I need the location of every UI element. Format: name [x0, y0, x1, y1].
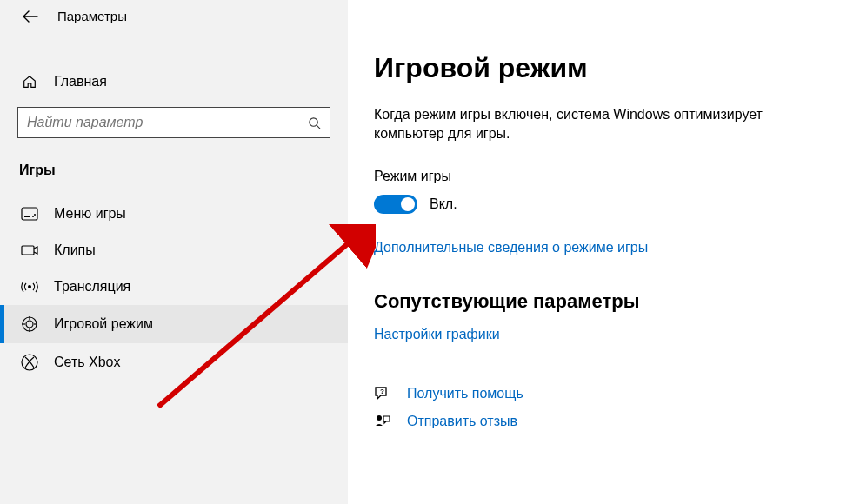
- search-input[interactable]: [17, 107, 330, 138]
- home-icon: [21, 74, 38, 90]
- help-icon: ?: [374, 386, 391, 401]
- game-mode-icon: [21, 315, 38, 333]
- sidebar-item-captures[interactable]: Клипы: [0, 232, 348, 269]
- sidebar-item-game-mode[interactable]: Игровой режим: [0, 305, 348, 343]
- app-title: Параметры: [57, 9, 127, 23]
- game-bar-icon: [21, 207, 38, 221]
- svg-point-0: [310, 117, 317, 125]
- toggle-label: Режим игры: [374, 169, 834, 184]
- sidebar: Параметры Главная Игры Меню игры: [0, 0, 348, 504]
- svg-point-16: [377, 415, 382, 421]
- sidebar-item-label: Сеть Xbox: [54, 355, 121, 370]
- broadcasting-icon: [21, 279, 38, 295]
- svg-point-7: [28, 285, 31, 288]
- sidebar-item-label: Трансляция: [54, 279, 130, 295]
- back-button[interactable]: [23, 10, 38, 23]
- learn-more-link[interactable]: Дополнительные сведения о режиме игры: [374, 240, 648, 255]
- graphics-settings-link[interactable]: Настройки графики: [374, 327, 500, 342]
- game-mode-toggle[interactable]: [374, 195, 417, 214]
- search-field[interactable]: [27, 115, 308, 130]
- xbox-icon: [21, 354, 38, 371]
- sidebar-item-label: Меню игры: [54, 206, 126, 222]
- related-heading: Сопутствующие параметры: [374, 290, 834, 313]
- sidebar-category: Игры: [0, 138, 348, 187]
- sidebar-item-label: Игровой режим: [54, 316, 153, 332]
- svg-rect-3: [24, 216, 30, 217]
- svg-point-14: [22, 355, 37, 370]
- sidebar-home[interactable]: Главная: [0, 65, 348, 98]
- svg-rect-6: [22, 246, 34, 255]
- page-description: Когда режим игры включен, система Window…: [374, 105, 826, 144]
- sidebar-item-game-bar[interactable]: Меню игры: [0, 196, 348, 232]
- get-help-row[interactable]: ? Получить помощь: [374, 386, 834, 401]
- feedback-icon: [374, 414, 391, 429]
- sidebar-item-xbox-networking[interactable]: Сеть Xbox: [0, 343, 348, 381]
- svg-line-1: [317, 125, 320, 129]
- get-help-link[interactable]: Получить помощь: [407, 386, 523, 401]
- sidebar-item-label: Клипы: [54, 242, 96, 258]
- svg-text:?: ?: [380, 388, 384, 395]
- svg-point-5: [34, 214, 36, 216]
- sidebar-item-broadcasting[interactable]: Трансляция: [0, 269, 348, 305]
- svg-rect-2: [22, 208, 37, 220]
- main-content: Игровой режим Когда режим игры включен, …: [348, 0, 860, 504]
- svg-point-9: [26, 321, 33, 328]
- give-feedback-link[interactable]: Отправить отзыв: [407, 414, 517, 429]
- give-feedback-row[interactable]: Отправить отзыв: [374, 414, 834, 429]
- sidebar-home-label: Главная: [54, 74, 107, 90]
- search-icon: [308, 116, 321, 129]
- svg-point-4: [32, 216, 34, 217]
- toggle-state-text: Вкл.: [430, 196, 457, 212]
- sidebar-nav: Меню игры Клипы Трансляция Игровой режим: [0, 196, 348, 381]
- captures-icon: [21, 243, 38, 257]
- page-title: Игровой режим: [374, 52, 834, 84]
